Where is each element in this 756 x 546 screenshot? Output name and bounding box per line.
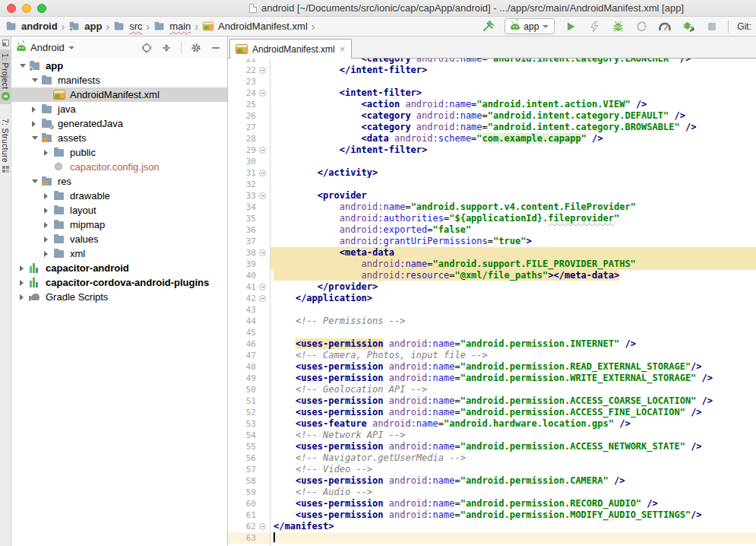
- code-line-37[interactable]: android:grantUriPermissions="true">: [270, 236, 756, 247]
- code-line-57[interactable]: <!-- Video -->: [270, 464, 756, 475]
- code-line-31[interactable]: </activity>: [270, 167, 756, 179]
- settings-gear-icon[interactable]: [191, 43, 201, 53]
- project-view-selector[interactable]: Android: [30, 42, 65, 53]
- tree-item-capacitor-android[interactable]: capacitor-android: [11, 261, 227, 275]
- code-line-43[interactable]: [270, 304, 756, 316]
- code-line-56[interactable]: <!-- Navigator.getUserMedia -->: [270, 452, 756, 464]
- code-line-51[interactable]: <uses-permission android:name="android.p…: [270, 395, 756, 407]
- fold-region-start-icon[interactable]: [259, 192, 266, 199]
- tree-item-app[interactable]: app: [11, 59, 227, 73]
- code-line-39[interactable]: android:name="android.support.FILE_PROVI…: [270, 259, 756, 270]
- code-line-40[interactable]: android:resource="@xml/file_paths"></met…: [270, 270, 756, 281]
- code-line-27[interactable]: <category android:name="android.intent.c…: [270, 122, 756, 133]
- expanded-arrow-icon[interactable]: [32, 176, 41, 187]
- collapsed-arrow-icon[interactable]: [44, 233, 53, 245]
- fold-region-start-icon[interactable]: [259, 249, 266, 256]
- code-line-32[interactable]: [270, 179, 756, 190]
- fold-region-end-icon[interactable]: [259, 147, 266, 154]
- fold-region-start-icon[interactable]: [259, 90, 266, 97]
- profiler-gauge-icon[interactable]: [657, 19, 672, 34]
- code-line-54[interactable]: <!-- Network API -->: [270, 430, 756, 441]
- tree-item-capacitor-config-json[interactable]: capacitor.config.json: [11, 160, 227, 174]
- code-line-34[interactable]: android:name="android.support.v4.content…: [270, 202, 756, 213]
- code-line-63[interactable]: [270, 532, 756, 544]
- debug-button[interactable]: [610, 19, 625, 34]
- code-line-59[interactable]: <!-- Audio -->: [270, 487, 756, 498]
- fold-region-end-icon[interactable]: [259, 67, 266, 74]
- tree-item-java[interactable]: java: [11, 102, 227, 116]
- run-configuration-combo[interactable]: app: [505, 18, 555, 34]
- code-line-46[interactable]: <uses-permission android:name="android.p…: [270, 338, 756, 350]
- collapsed-arrow-icon[interactable]: [44, 219, 53, 230]
- code-line-21[interactable]: <category android:name="android.intent.c…: [270, 59, 756, 65]
- code-line-38[interactable]: <meta-data: [270, 247, 756, 259]
- collapsed-arrow-icon[interactable]: [44, 205, 53, 216]
- attach-debugger-icon[interactable]: [681, 19, 696, 34]
- breadcrumb-item-src[interactable]: src: [112, 19, 143, 33]
- code-line-30[interactable]: [270, 156, 756, 167]
- code-line-50[interactable]: <!-- Geolocation API -->: [270, 384, 756, 395]
- minimize-window-button[interactable]: [22, 4, 31, 13]
- tree-item-layout[interactable]: layout: [11, 203, 227, 217]
- run-button[interactable]: [563, 19, 578, 34]
- stop-button[interactable]: [704, 19, 720, 34]
- collapsed-arrow-icon[interactable]: [44, 147, 53, 158]
- code-line-25[interactable]: <action android:name="android.intent.act…: [270, 99, 756, 110]
- expanded-arrow-icon[interactable]: [32, 75, 41, 86]
- code-line-44[interactable]: <!-- Permissions -->: [270, 316, 756, 327]
- code-line-22[interactable]: </intent-filter>: [270, 65, 756, 76]
- code-area[interactable]: 2122232425262728293031323334353637383940…: [228, 59, 756, 546]
- tree-item-gradle-scripts[interactable]: Gradle Scripts: [11, 290, 227, 304]
- expanded-arrow-icon[interactable]: [32, 132, 41, 144]
- code-line-26[interactable]: <category android:name="android.intent.c…: [270, 110, 756, 122]
- collapsed-arrow-icon[interactable]: [20, 277, 29, 288]
- code-line-47[interactable]: <!-- Camera, Photos, input file -->: [270, 350, 756, 361]
- tool-window-tab-project[interactable]: 1: Project: [0, 49, 11, 104]
- code-line-52[interactable]: <uses-permission android:name="android.p…: [270, 407, 756, 418]
- breadcrumb-item-android[interactable]: android: [5, 19, 59, 33]
- collapsed-arrow-icon[interactable]: [44, 248, 53, 259]
- tree-item-capacitor-cordova-android-plugins[interactable]: capacitor-cordova-android-plugins: [11, 275, 227, 290]
- tree-item-values[interactable]: values: [11, 232, 227, 246]
- code-line-28[interactable]: <data android:scheme="com.example.capapp…: [270, 133, 756, 144]
- hide-panel-icon[interactable]: [210, 43, 221, 53]
- editor-tab-androidmanifest[interactable]: AndroidManifest.xml ×: [229, 39, 352, 59]
- code-line-23[interactable]: [270, 76, 756, 87]
- window-menu-icon[interactable]: [2, 40, 9, 46]
- fold-region-end-icon[interactable]: [259, 284, 266, 290]
- build-hammer-button[interactable]: [481, 19, 496, 34]
- code-line-42[interactable]: </application>: [270, 293, 756, 304]
- code-line-55[interactable]: <uses-permission android:name="android.p…: [270, 441, 756, 452]
- code-line-24[interactable]: <intent-filter>: [270, 87, 756, 99]
- breadcrumb-item-androidmanifest-xml[interactable]: AndroidManifest.xml: [201, 19, 308, 33]
- tree-item-drawable[interactable]: drawable: [11, 189, 227, 203]
- tree-item-mipmap[interactable]: mipmap: [11, 217, 227, 232]
- tree-item-androidmanifest-xml[interactable]: AndroidManifest.xml: [11, 87, 227, 102]
- tool-window-tab-structure[interactable]: 7: Structure: [0, 115, 11, 176]
- fold-region-end-icon[interactable]: [259, 295, 266, 302]
- fold-region-end-icon[interactable]: [259, 170, 266, 176]
- apply-code-changes-icon[interactable]: [634, 19, 649, 34]
- code-line-41[interactable]: </provider>: [270, 281, 756, 293]
- code-line-61[interactable]: <uses-permission android:name="android.p…: [270, 509, 756, 521]
- breadcrumb-item-main[interactable]: main: [153, 19, 191, 33]
- code-line-60[interactable]: <uses-permission android:name="android.p…: [270, 498, 756, 509]
- zoom-window-button[interactable]: [37, 4, 46, 13]
- collapsed-arrow-icon[interactable]: [32, 118, 41, 129]
- code-lines[interactable]: <category android:name="android.intent.c…: [270, 59, 756, 546]
- collapse-all-icon[interactable]: [161, 43, 172, 53]
- code-line-35[interactable]: android:authorities="${applicationId}.fi…: [270, 213, 756, 224]
- apply-changes-lightning-icon[interactable]: [587, 19, 602, 34]
- code-line-48[interactable]: <uses-permission android:name="android.p…: [270, 361, 756, 373]
- code-line-36[interactable]: android:exported="false": [270, 224, 756, 236]
- tree-item-xml[interactable]: xml: [11, 246, 227, 261]
- fold-region-end-icon[interactable]: [259, 523, 266, 530]
- code-line-29[interactable]: </intent-filter>: [270, 144, 756, 156]
- tree-item-res[interactable]: res: [11, 174, 227, 189]
- code-line-33[interactable]: <provider: [270, 190, 756, 202]
- tree-item-assets[interactable]: assets: [11, 131, 227, 145]
- close-tab-icon[interactable]: ×: [340, 46, 346, 53]
- code-line-62[interactable]: </manifest>: [270, 521, 756, 532]
- close-window-button[interactable]: [7, 4, 16, 13]
- git-label[interactable]: Git:: [737, 21, 753, 32]
